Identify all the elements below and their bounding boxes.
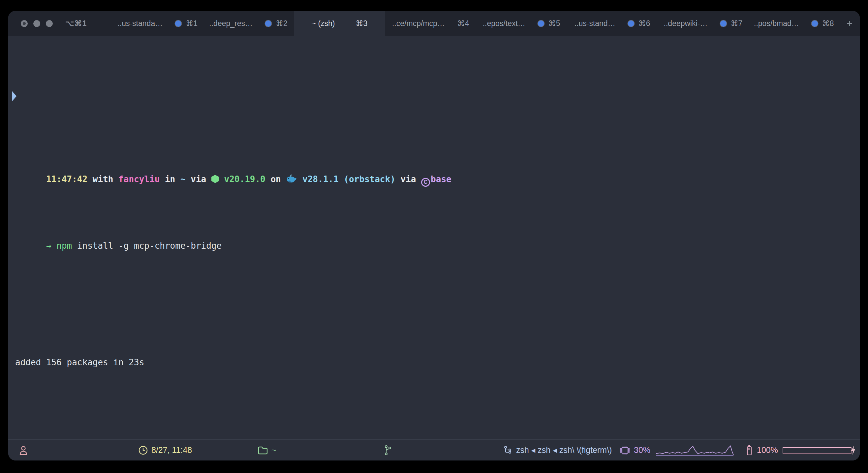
prompt-time: 11:47:42 [46,174,87,184]
statusbar-cwd-component[interactable]: ~ [257,440,276,461]
close-window-button[interactable] [21,20,28,27]
person-icon [19,445,28,455]
tab-4[interactable]: ..ce/mcp/mcp… ⌘4 [385,11,476,36]
tab-1[interactable]: ..us-standa… ⌘1 [112,11,203,36]
window-shortcut-label: ⌥⌘1 [65,19,87,28]
folder-icon [257,446,268,455]
command-args: install -g mcp-chrome-bridge [72,241,222,251]
tabbar-left-section: ⌥⌘1 [8,11,112,36]
tab-shortcut: ⌘3 [356,19,368,28]
tab-6[interactable]: ..us-stand… ⌘6 [567,11,658,36]
mark-row [15,88,853,104]
process-tree-text: zsh ◂ zsh ◂ zsh\ \(figterm\) [516,445,612,455]
tab-7[interactable]: ..deepwiki-… ⌘7 [658,11,748,36]
statusbar-process-component[interactable]: zsh ◂ zsh ◂ zsh\ \(figterm\) [504,440,612,461]
tab-8[interactable]: ..pos/bmad… ⌘8 [749,11,839,36]
tab-bar: ⌥⌘1 ..us-standa… ⌘1 ..deep_res… ⌘2 ~ (zs… [8,11,860,36]
tab-title: ..us-stand… [575,19,615,28]
statusbar-cpu-component[interactable]: 30% [619,440,738,461]
tab-title: ..us-standa… [117,19,163,28]
statusbar-git-component[interactable] [384,440,392,461]
tab-3-active[interactable]: ~ (zsh) ⌘3 [294,11,385,36]
statusbar-user-component[interactable] [19,440,28,461]
battery-icon [745,445,753,456]
terminal-window: ⌥⌘1 ..us-standa… ⌘1 ..deep_res… ⌘2 ~ (zs… [8,11,860,461]
lightning-bolt-icon [850,445,857,455]
tab-shortcut: ⌘5 [549,19,560,28]
prompt-line-1: 11:47:42 with fancyliu in ~ via v20.19.0… [15,154,853,171]
tabs-strip: ..us-standa… ⌘1 ..deep_res… ⌘2 ~ (zsh) ⌘… [112,11,839,36]
zoom-window-button[interactable] [46,20,53,27]
activity-dot-icon [812,21,818,27]
tab-title: ..deep_res… [209,19,253,28]
new-tab-button[interactable]: + [846,18,852,29]
docker-version: v28.1.1 (orbstack) [297,174,395,184]
tab-5[interactable]: ..epos/text… ⌘5 [476,11,567,36]
blank-line [15,288,853,304]
tab-shortcut: ⌘6 [639,19,650,28]
tabbar-right-section: + [839,11,860,36]
minimize-window-button[interactable] [33,20,40,27]
cwd-text: ~ [271,445,276,455]
traffic-lights [21,20,53,27]
output-line: added 156 packages in 23s [15,354,853,371]
tab-title: ..ce/mcp/mcp… [392,19,445,28]
blank-line [15,421,853,438]
datetime-text: 8/27, 11:48 [151,445,192,455]
nodejs-hexagon-icon [211,175,219,183]
tab-title: ..epos/text… [483,19,525,28]
docker-whale-icon [286,174,297,183]
cpu-percent-text: 30% [634,445,650,455]
cpu-usage-sparkline [656,444,738,456]
statusbar-datetime-component[interactable]: 8/27, 11:48 [138,440,192,461]
cpu-chip-icon [619,445,630,456]
battery-percent-text: 100% [757,445,778,455]
git-branch-icon [384,445,392,455]
process-tree-icon [504,445,513,455]
tab-title: ..deepwiki-… [664,19,708,28]
status-bar: 8/27, 11:48 ~ zsh ◂ zsh ◂ zsh\ \(figterm… [8,439,860,461]
statusbar-power-component [850,440,857,461]
activity-dot-icon [265,21,271,27]
prompt-user: fancyliu [118,174,160,184]
conda-icon: C [421,178,430,187]
prompt-arrow: → [46,241,56,251]
prompt-directory: ~ [180,174,186,184]
tab-shortcut: ⌘4 [457,19,469,28]
activity-dot-icon [720,21,726,27]
activity-dot-icon [628,21,634,27]
tab-2[interactable]: ..deep_res… ⌘2 [203,11,293,36]
statusbar-battery-component[interactable]: 100% [745,440,851,461]
terminal-content[interactable]: 11:47:42 with fancyliu in ~ via v20.19.0… [8,36,860,439]
tab-shortcut: ⌘1 [186,19,197,28]
conda-env: base [431,174,452,184]
command-name: npm [56,241,72,251]
node-version: v20.19.0 [219,174,266,184]
activity-dot-icon [538,21,544,27]
tab-shortcut: ⌘7 [731,19,743,28]
tab-title: ..pos/bmad… [754,19,799,28]
tab-title: ~ (zsh) [312,19,335,28]
shell-prompt-mark-icon [12,91,17,101]
tab-shortcut: ⌘8 [822,19,834,28]
command-line: → npm install -g mcp-chrome-bridge [15,221,853,238]
activity-dot-icon [175,21,181,27]
clock-icon [138,445,148,455]
tab-shortcut: ⌘2 [276,19,287,28]
battery-level-bar [783,447,851,453]
